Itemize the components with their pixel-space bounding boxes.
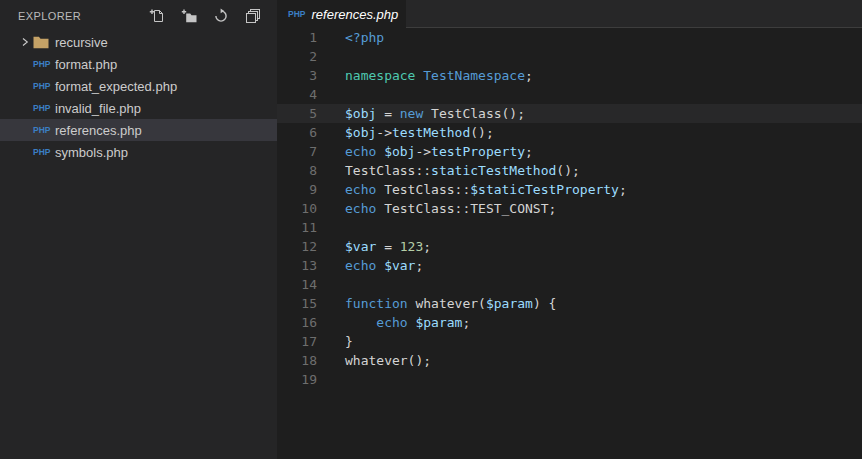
php-file-icon: PHP bbox=[33, 148, 54, 157]
code-line-19[interactable]: 19 bbox=[277, 370, 862, 389]
code-text: <?php bbox=[345, 28, 384, 47]
code-text: whatever(); bbox=[345, 351, 431, 370]
code-line-16[interactable]: 16 echo $param; bbox=[277, 313, 862, 332]
code-text: } bbox=[345, 332, 353, 351]
code-line-3[interactable]: 3namespace TestNamespace; bbox=[277, 66, 862, 85]
php-file-icon: PHP bbox=[33, 126, 54, 135]
refresh-button[interactable] bbox=[213, 8, 229, 24]
line-number: 13 bbox=[277, 256, 317, 275]
explorer-title: EXPLORER bbox=[18, 10, 81, 22]
tab-bar: PHP references.php ✕ bbox=[277, 0, 862, 28]
line-number: 10 bbox=[277, 199, 317, 218]
code-line-8[interactable]: 8TestClass::staticTestMethod(); bbox=[277, 161, 862, 180]
line-number: 9 bbox=[277, 180, 317, 199]
code-line-13[interactable]: 13echo $var; bbox=[277, 256, 862, 275]
php-file-icon: PHP bbox=[33, 60, 54, 69]
new-file-button[interactable] bbox=[149, 8, 165, 24]
file-label: format.php bbox=[55, 57, 117, 72]
editor-area: PHP references.php ✕ 1<?php23namespace T… bbox=[277, 0, 862, 459]
code-text: namespace TestNamespace; bbox=[345, 66, 533, 85]
tab-bar-empty bbox=[406, 0, 862, 28]
line-number: 2 bbox=[277, 47, 317, 66]
folder-icon bbox=[33, 36, 54, 49]
file-item-invalid-file-php[interactable]: PHPinvalid_file.php bbox=[0, 97, 277, 119]
vscode-window: EXPLORER bbox=[0, 0, 862, 459]
code-line-11[interactable]: 11 bbox=[277, 218, 862, 237]
tab-references-php[interactable]: PHP references.php ✕ bbox=[277, 0, 406, 28]
line-number: 11 bbox=[277, 218, 317, 237]
new-file-icon bbox=[149, 8, 165, 24]
tab-label: references.php bbox=[311, 7, 398, 22]
chevron-right-icon bbox=[20, 37, 33, 47]
file-tree: recursivePHPformat.phpPHPformat_expected… bbox=[0, 31, 277, 163]
file-label: recursive bbox=[55, 35, 108, 50]
code-text: echo TestClass::$staticTestProperty; bbox=[345, 180, 627, 199]
refresh-icon bbox=[213, 8, 229, 24]
line-number: 14 bbox=[277, 275, 317, 294]
line-number: 19 bbox=[277, 370, 317, 389]
line-number: 6 bbox=[277, 123, 317, 142]
code-line-5[interactable]: 5$obj = new TestClass(); bbox=[277, 104, 862, 123]
line-number: 4 bbox=[277, 85, 317, 104]
code-line-6[interactable]: 6$obj->testMethod(); bbox=[277, 123, 862, 142]
line-number: 3 bbox=[277, 66, 317, 85]
code-text: $var = 123; bbox=[345, 237, 431, 256]
file-label: format_expected.php bbox=[55, 79, 177, 94]
code-line-9[interactable]: 9echo TestClass::$staticTestProperty; bbox=[277, 180, 862, 199]
code-editor[interactable]: 1<?php23namespace TestNamespace;45$obj =… bbox=[277, 28, 862, 389]
code-line-10[interactable]: 10echo TestClass::TEST_CONST; bbox=[277, 199, 862, 218]
code-text: echo TestClass::TEST_CONST; bbox=[345, 199, 556, 218]
explorer-header: EXPLORER bbox=[0, 0, 277, 31]
file-item-format-php[interactable]: PHPformat.php bbox=[0, 53, 277, 75]
php-file-icon: PHP bbox=[288, 10, 305, 19]
code-line-2[interactable]: 2 bbox=[277, 47, 862, 66]
code-line-7[interactable]: 7echo $obj->testProperty; bbox=[277, 142, 862, 161]
new-folder-button[interactable] bbox=[181, 8, 197, 24]
code-text: echo $param; bbox=[345, 313, 470, 332]
file-item-symbols-php[interactable]: PHPsymbols.php bbox=[0, 141, 277, 163]
collapse-all-icon bbox=[245, 8, 261, 24]
explorer-actions bbox=[149, 8, 261, 24]
file-label: symbols.php bbox=[55, 145, 128, 160]
code-line-18[interactable]: 18whatever(); bbox=[277, 351, 862, 370]
code-line-12[interactable]: 12$var = 123; bbox=[277, 237, 862, 256]
line-number: 16 bbox=[277, 313, 317, 332]
line-number: 18 bbox=[277, 351, 317, 370]
code-text: function whatever($param) { bbox=[345, 294, 556, 313]
collapse-all-button[interactable] bbox=[245, 8, 261, 24]
line-number: 8 bbox=[277, 161, 317, 180]
new-folder-icon bbox=[181, 8, 197, 24]
line-number: 1 bbox=[277, 28, 317, 47]
line-number: 7 bbox=[277, 142, 317, 161]
php-file-icon: PHP bbox=[33, 104, 54, 113]
code-line-15[interactable]: 15function whatever($param) { bbox=[277, 294, 862, 313]
file-label: references.php bbox=[55, 123, 142, 138]
file-label: invalid_file.php bbox=[55, 101, 141, 116]
code-line-1[interactable]: 1<?php bbox=[277, 28, 862, 47]
code-text: $obj->testMethod(); bbox=[345, 123, 494, 142]
code-line-4[interactable]: 4 bbox=[277, 85, 862, 104]
line-number: 5 bbox=[277, 104, 317, 123]
line-number: 15 bbox=[277, 294, 317, 313]
code-text: TestClass::staticTestMethod(); bbox=[345, 161, 580, 180]
php-file-icon: PHP bbox=[33, 82, 54, 91]
code-line-14[interactable]: 14 bbox=[277, 275, 862, 294]
line-number: 17 bbox=[277, 332, 317, 351]
line-number: 12 bbox=[277, 237, 317, 256]
explorer-sidebar: EXPLORER bbox=[0, 0, 277, 459]
code-line-17[interactable]: 17} bbox=[277, 332, 862, 351]
file-item-recursive[interactable]: recursive bbox=[0, 31, 277, 53]
code-text: echo $obj->testProperty; bbox=[345, 142, 533, 161]
file-item-references-php[interactable]: PHPreferences.php bbox=[0, 119, 277, 141]
code-text: echo $var; bbox=[345, 256, 423, 275]
file-item-format-expected-php[interactable]: PHPformat_expected.php bbox=[0, 75, 277, 97]
code-text: $obj = new TestClass(); bbox=[345, 104, 525, 123]
